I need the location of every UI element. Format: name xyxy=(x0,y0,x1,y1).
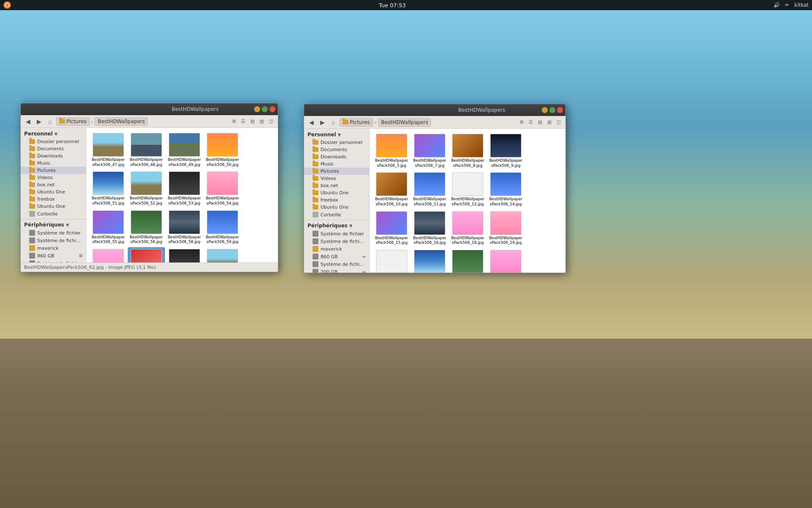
file-item[interactable]: BestHDWallpapersPack506_20.jpg xyxy=(373,248,410,273)
ubuntu-logo-icon[interactable] xyxy=(3,1,11,9)
section-peripheriques-right[interactable]: Périphériques ▼ xyxy=(304,221,369,230)
sidebar-corbeille-right[interactable]: Corbeille xyxy=(304,211,369,218)
section-peripheriques-left[interactable]: Périphériques ▼ xyxy=(21,221,86,229)
minimize-button-right[interactable] xyxy=(542,107,548,113)
section-personal-right[interactable]: Personnel ▼ xyxy=(304,130,369,139)
file-item[interactable]: BestHDWallpapersPack506_7.jpg xyxy=(411,132,448,170)
file-item[interactable]: BestHDWallpapersPack506_58.jpg xyxy=(166,209,203,246)
file-item[interactable]: BestHDWallpapersPack506_61.jpg xyxy=(90,247,127,262)
back-button-right[interactable]: ◀ xyxy=(307,118,316,127)
sidebar-freebox-right[interactable]: freebox xyxy=(304,196,369,204)
sidebar-sys3-left[interactable]: Système de fichier... xyxy=(21,260,86,262)
compact-view-btn-right[interactable]: ▤ xyxy=(536,118,544,127)
sidebar-sys2-left[interactable]: Système de fichier... xyxy=(21,237,86,244)
file-item[interactable]: BestHDWallpapersPack506_65.jpg xyxy=(204,247,241,262)
sidebar-documents-left[interactable]: Documents xyxy=(21,145,86,152)
sidebar-boxnet-left[interactable]: box.net xyxy=(21,181,86,188)
file-item[interactable]: BestHDWallpapersPack506_14.jpg xyxy=(487,171,524,208)
column-view-btn-left[interactable]: ▥ xyxy=(258,117,266,126)
file-item[interactable]: BestHDWallpapersPack506_54.jpg xyxy=(204,170,241,207)
sidebar-sys1-left[interactable]: Système de fichier xyxy=(21,229,86,237)
sidebar-pictures-right[interactable]: Pictures xyxy=(304,168,369,175)
folder-icon-downloads-left xyxy=(29,154,35,158)
sidebar-pictures-left[interactable]: Pictures xyxy=(21,167,86,174)
column-view-btn-right[interactable]: ▥ xyxy=(545,118,554,127)
file-item[interactable]: BestHDWallpapersPack506_50.jpg xyxy=(204,131,241,169)
home-button-left[interactable]: ⌂ xyxy=(45,117,55,126)
file-item[interactable]: BestHDWallpapersPack506_56.jpg xyxy=(128,209,165,246)
breadcrumb-pictures-right[interactable]: Pictures xyxy=(340,118,373,127)
breadcrumb-pictures-left[interactable]: Pictures xyxy=(56,117,90,126)
grid-view-btn-left[interactable]: ⊞ xyxy=(230,117,238,126)
back-button-left[interactable]: ◀ xyxy=(23,117,33,126)
maximize-button-left[interactable] xyxy=(262,106,268,112)
breadcrumb-besthd-left[interactable]: BestHDWallpapers xyxy=(95,117,148,126)
file-item[interactable]: BestHDWallpapersPack506_49.jpg xyxy=(166,131,203,169)
file-item[interactable]: BestHDWallpapersPack506_52.jpg xyxy=(128,170,165,207)
section-personal-left[interactable]: Personnel ▼ xyxy=(21,130,86,138)
sidebar-music-left[interactable]: Music xyxy=(21,160,86,167)
sidebar-sys1-right[interactable]: Système de fichier xyxy=(304,230,369,237)
file-item[interactable]: BestHDWallpapersPack506_19.jpg xyxy=(487,210,524,247)
file-item[interactable]: BestHDWallpapersPack506_59.jpg xyxy=(204,209,241,246)
file-item[interactable]: BestHDWallpapersPack506_18.jpg xyxy=(449,210,486,247)
sidebar-sys2-right[interactable]: Système de fichier... xyxy=(304,237,369,245)
sidebar-860gb-right[interactable]: 860 GB ◂▸ xyxy=(304,253,369,260)
edit-icon[interactable]: ✏ xyxy=(785,2,789,8)
sidebar-freebox-left[interactable]: freebox xyxy=(21,196,86,203)
breadcrumb-besthd-right[interactable]: BestHDWallpapers xyxy=(378,118,431,127)
sidebar-corbeille-left[interactable]: Corbeille xyxy=(21,210,86,218)
compact-view-btn-left[interactable]: ▤ xyxy=(248,117,257,126)
list-view-btn-left[interactable]: ☰ xyxy=(239,117,247,126)
sidebar-860gb-left[interactable]: 860 GB xyxy=(21,252,86,260)
file-item[interactable]: BestHDWallpapersPack506_51.jpg xyxy=(90,170,127,207)
sidebar-ubuntuone1-left[interactable]: Ubuntu One xyxy=(21,188,86,196)
sidebar-boxnet-right[interactable]: box.net xyxy=(304,182,369,189)
file-item[interactable]: BestHDWallpapersPack506_24.jpg xyxy=(487,248,524,273)
file-item[interactable]: BestHDWallpapersPack506_63.jpg xyxy=(166,247,203,262)
sidebar-200gb-right[interactable]: 200 GB ◂▸ xyxy=(304,268,369,273)
close-button-right[interactable] xyxy=(557,107,563,113)
sidebar-downloads-left[interactable]: Downloads xyxy=(21,152,86,160)
sidebar-videos-right[interactable]: Videos xyxy=(304,175,369,182)
grid-view-btn-right[interactable]: ⊞ xyxy=(517,118,526,127)
file-item[interactable]: BestHDWallpapersPack506_10.jpg xyxy=(373,171,410,208)
sidebar-ubuntuone2-left[interactable]: Ubuntu One xyxy=(21,203,86,210)
file-item[interactable]: BestHDWallpapersPack506_53.jpg xyxy=(166,170,203,207)
forward-button-left[interactable]: ▶ xyxy=(34,117,44,126)
file-item[interactable]: BestHDWallpapersPack506_8.jpg xyxy=(449,132,486,170)
file-item[interactable]: BestHDWallpapersPack506_23.jpg xyxy=(449,248,486,273)
extra-view-btn-right[interactable]: ◫ xyxy=(554,118,563,127)
sidebar-maverick-left[interactable]: maverick xyxy=(21,244,86,252)
file-item[interactable]: BestHDWallpapersPack506_15.jpg xyxy=(373,210,410,247)
sidebar-downloads-right[interactable]: Downloads xyxy=(304,153,369,160)
file-item[interactable]: BestHDWallpapersPack506_9.jpg xyxy=(487,132,524,170)
volume-icon[interactable]: 🔊 xyxy=(774,2,780,8)
close-button-left[interactable] xyxy=(269,106,275,112)
list-view-btn-right[interactable]: ☰ xyxy=(527,118,535,127)
file-item[interactable]: BestHDWallpapersPack506_16.jpg xyxy=(411,210,448,247)
sidebar-dossier-right[interactable]: Dossier personnel xyxy=(304,139,369,146)
file-item[interactable]: BestHDWallpapersPack506_47.jpg xyxy=(90,131,127,169)
minimize-button-left[interactable] xyxy=(254,106,260,112)
forward-button-right[interactable]: ▶ xyxy=(318,118,327,127)
file-item[interactable]: BestHDWallpapersPack506_55.jpg xyxy=(90,209,127,246)
home-button-right[interactable]: ⌂ xyxy=(329,118,338,127)
file-item[interactable]: BestHDWallpapersPack506_12.jpg xyxy=(449,171,486,208)
sidebar-sys3-right[interactable]: Système de fichier... xyxy=(304,260,369,268)
file-item[interactable]: BestHDWallpapersPack506_3.jpg xyxy=(373,132,410,170)
file-item[interactable]: BestHDWallpapersPack506_22.jpg xyxy=(411,248,448,273)
file-item[interactable]: BestHDWallpapersPack506_62.jpg xyxy=(128,247,165,262)
sidebar-ubuntuone1-right[interactable]: Ubuntu One xyxy=(304,189,369,196)
user-label[interactable]: kitkat xyxy=(794,2,809,8)
maximize-button-right[interactable] xyxy=(549,107,555,113)
sidebar-videos-left[interactable]: Videos xyxy=(21,174,86,181)
file-item[interactable]: BestHDWallpapersPack506_48.jpg xyxy=(128,131,165,169)
sidebar-ubuntuone2-right[interactable]: Ubuntu One xyxy=(304,204,369,211)
extra-view-btn-left[interactable]: ◫ xyxy=(267,117,275,126)
sidebar-dossier-left[interactable]: Dossier personnel xyxy=(21,138,86,145)
file-item[interactable]: BestHDWallpapersPack506_11.jpg xyxy=(411,171,448,208)
sidebar-documents-right[interactable]: Documents xyxy=(304,146,369,153)
sidebar-maverick-right[interactable]: maverick xyxy=(304,245,369,253)
sidebar-music-right[interactable]: Music xyxy=(304,160,369,168)
